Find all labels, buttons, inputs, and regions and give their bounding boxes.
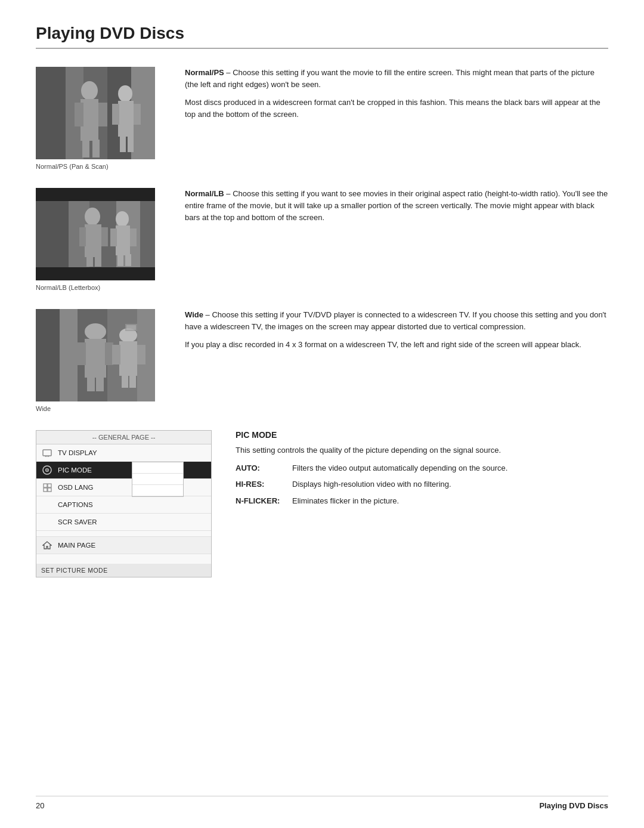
- section-wide: Wide Wide – Choose this setting if your …: [36, 309, 608, 412]
- svg-point-43: [85, 323, 106, 340]
- svg-point-6: [81, 81, 98, 100]
- para-normal-ps-2: Most discs produced in a widescreen form…: [185, 97, 608, 121]
- svg-rect-32: [116, 225, 130, 255]
- pic-mode-intro: This setting controls the quality of the…: [236, 444, 608, 456]
- page-footer: 20 Playing DVD Discs: [36, 796, 608, 810]
- caption-normal-lb: Normal/LB (Letterbox): [36, 284, 167, 291]
- text-wide: Wide – Choose this setting if your TV/DV…: [185, 309, 608, 357]
- home-icon: [41, 539, 53, 551]
- para-wide-1: Wide – Choose this setting if your TV/DV…: [185, 309, 608, 333]
- svg-rect-51: [112, 345, 120, 364]
- pic-mode-item-hires: HI-RES: Displays high-resolution video w…: [236, 478, 608, 490]
- osd-row-pic-mode[interactable]: PIC MODE AUTO HI-RES N-FLICKER: [36, 462, 211, 479]
- svg-rect-20: [36, 267, 155, 280]
- osd-label-scr-saver: SCR SAVER: [58, 518, 206, 526]
- svg-rect-26: [85, 224, 101, 257]
- image-col-normal-lb: Normal/LB (Letterbox): [36, 188, 167, 291]
- osd-row-osd-lang[interactable]: OSD LANG: [36, 479, 211, 496]
- caption-normal-ps: Normal/PS (Pan & Scan): [36, 163, 167, 170]
- svg-point-12: [118, 85, 132, 102]
- osd-row-tv-display[interactable]: TV DISPLAY: [36, 444, 211, 462]
- caption-wide: Wide: [36, 405, 167, 412]
- image-svg-lb: [36, 188, 155, 280]
- svg-rect-30: [95, 256, 101, 267]
- tv-icon: [41, 447, 53, 459]
- scr-saver-icon: [41, 516, 53, 528]
- osd-label-captions: CAPTIONS: [58, 501, 206, 508]
- text-normal-ps: Normal/PS – Choose this setting if you w…: [185, 67, 608, 127]
- pic-mode-section: PIC MODE This setting controls the quali…: [236, 430, 608, 511]
- osd-sub-hires[interactable]: HI-RES: [132, 474, 183, 485]
- svg-rect-11: [92, 140, 100, 157]
- svg-rect-34: [130, 228, 137, 246]
- svg-rect-21: [36, 201, 69, 267]
- svg-rect-28: [101, 227, 108, 246]
- svg-rect-46: [105, 342, 113, 365]
- svg-rect-29: [86, 256, 93, 267]
- image-svg-wide: [36, 309, 155, 401]
- image-col-normal-ps: Normal/PS (Pan & Scan): [36, 67, 167, 170]
- svg-rect-10: [82, 140, 89, 157]
- pic-mode-item-nflicker: N-FLICKER: Eliminates flicker in the pic…: [236, 495, 608, 507]
- svg-rect-13: [118, 101, 134, 137]
- svg-rect-50: [119, 341, 137, 376]
- osd-sub-panel: AUTO HI-RES N-FLICKER: [132, 462, 184, 497]
- term-normal-ps: Normal/PS: [185, 68, 224, 77]
- svg-rect-48: [96, 376, 104, 391]
- svg-rect-57: [43, 450, 51, 456]
- image-col-wide: Wide: [36, 309, 167, 412]
- osd-row-main-page[interactable]: MAIN PAGE: [36, 537, 211, 554]
- svg-rect-9: [98, 103, 107, 126]
- svg-rect-52: [137, 345, 145, 364]
- pic-mode-title: PIC MODE: [236, 430, 608, 440]
- osd-sub-nflicker[interactable]: N-FLICKER: [132, 485, 183, 496]
- image-normal-lb: [36, 188, 155, 280]
- section-normal-ps: Normal/PS (Pan & Scan) Normal/PS – Choos…: [36, 67, 608, 170]
- svg-rect-66: [44, 488, 47, 492]
- osd-row-scr-saver[interactable]: SCR SAVER: [36, 514, 211, 531]
- pic-mode-term-nflicker: N-FLICKER:: [236, 495, 292, 507]
- svg-rect-45: [78, 342, 86, 365]
- osd-menu: -- GENERAL PAGE -- TV DISPLAY: [36, 430, 212, 577]
- svg-rect-39: [60, 309, 78, 401]
- pic-mode-term-hires: HI-RES:: [236, 478, 292, 490]
- para-normal-ps-1: Normal/PS – Choose this setting if you w…: [185, 67, 608, 91]
- image-normal-ps: [36, 67, 155, 159]
- svg-rect-17: [128, 135, 134, 152]
- svg-point-63: [47, 469, 48, 471]
- svg-point-31: [116, 211, 129, 227]
- svg-rect-53: [122, 375, 128, 388]
- svg-rect-35: [117, 254, 123, 266]
- svg-rect-16: [120, 135, 126, 152]
- para-normal-lb-1: Normal/LB – Choose this setting if you w…: [185, 188, 608, 224]
- svg-rect-33: [110, 228, 117, 246]
- osd-label-main-page: MAIN PAGE: [58, 542, 95, 549]
- svg-rect-19: [36, 188, 155, 201]
- footer-page-title: Playing DVD Discs: [539, 801, 608, 810]
- section-normal-lb: Normal/LB (Letterbox) Normal/LB – Choose…: [36, 188, 608, 291]
- text-normal-lb: Normal/LB – Choose this setting if you w…: [185, 188, 608, 230]
- osd-sub-auto[interactable]: AUTO: [132, 462, 183, 474]
- osd-section: -- GENERAL PAGE -- TV DISPLAY: [36, 430, 608, 577]
- para-wide-2: If you play a disc recorded in 4 x 3 for…: [185, 339, 608, 351]
- svg-rect-36: [125, 254, 131, 266]
- osd-label-tv-display: TV DISPLAY: [58, 449, 206, 456]
- osd-row-captions[interactable]: CAPTIONS: [36, 496, 211, 514]
- svg-rect-47: [87, 376, 95, 391]
- image-wide: [36, 309, 155, 401]
- image-svg-ps: [36, 67, 155, 159]
- osd-spacer: [36, 531, 211, 537]
- footer-page-number: 20: [36, 801, 44, 810]
- pic-mode-desc-auto: Filters the video output automatically d…: [292, 462, 608, 474]
- term-normal-lb: Normal/LB: [185, 189, 224, 198]
- svg-rect-38: [36, 309, 60, 401]
- svg-rect-15: [134, 104, 141, 125]
- page-title: Playing DVD Discs: [36, 24, 608, 49]
- pic-mode-desc-hires: Displays high-resolution video with no f…: [292, 478, 608, 490]
- svg-rect-1: [36, 67, 66, 159]
- svg-rect-14: [112, 104, 119, 125]
- term-wide: Wide: [185, 310, 203, 319]
- osd-spacer2: [36, 554, 211, 564]
- svg-rect-44: [85, 339, 106, 378]
- pic-mode-item-auto: AUTO: Filters the video output automatic…: [236, 462, 608, 474]
